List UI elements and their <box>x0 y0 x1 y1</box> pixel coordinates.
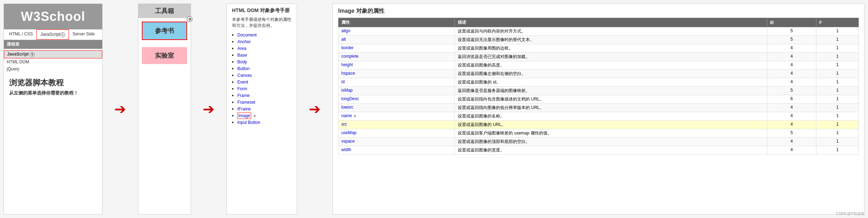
prop-link-id[interactable]: id <box>341 79 345 84</box>
prop-desc: 设置或返回图像的 URL。 <box>455 121 767 129</box>
list-item-document: Document <box>237 31 291 38</box>
list-item-image: Image ④ <box>237 112 291 119</box>
link-button[interactable]: Button <box>237 66 250 71</box>
table-row: width设置或返回图像的宽度。41 <box>338 146 859 155</box>
dom-subtitle: 本参考手册描述每个对象的属性和方法，并提供实例。 <box>232 17 291 29</box>
lab-button[interactable]: 实验室 <box>142 47 187 64</box>
prop-ie: 4 <box>767 53 816 61</box>
prop-f: 1 <box>816 112 859 121</box>
prop-f: 1 <box>816 87 859 95</box>
list-item-body: Body <box>237 58 291 65</box>
list-item-area: Area <box>237 45 291 52</box>
reference-button[interactable]: 参考书 ③ <box>142 22 187 40</box>
prop-desc: 设置或返回图像的高度。 <box>455 61 767 70</box>
prop-ie: 4 <box>767 138 816 146</box>
sidebar-items: JavaScript ② HTML DOM jQuery <box>4 49 102 74</box>
prop-link-lowsrc[interactable]: lowsrc <box>341 105 353 110</box>
nav-server-side[interactable]: Server Side <box>69 29 98 40</box>
prop-link-longDesc[interactable]: longDesc <box>341 96 359 101</box>
prop-ie: 4 <box>767 44 816 53</box>
arrow-icon-1: ➔ <box>114 101 126 117</box>
list-item-anchor: Anchor <box>237 38 291 45</box>
prop-desc: 设置或返回图像的顶部和底部的空白。 <box>455 138 767 146</box>
link-frame[interactable]: Frame <box>237 93 250 98</box>
prop-ie: 5 <box>767 87 816 95</box>
list-item-inputbutton: Input Button <box>237 119 291 126</box>
prop-f: 1 <box>816 61 859 70</box>
nav-javascript[interactable]: JavaScript① <box>36 29 69 40</box>
prop-link-name[interactable]: name <box>341 113 352 118</box>
col-ie: IE <box>767 18 816 27</box>
list-item-frameset: Frameset <box>237 99 291 105</box>
prop-ie: 4 <box>767 121 816 129</box>
link-frameset[interactable]: Frameset <box>237 100 255 105</box>
dom-title: HTML DOM 对象参考手册 <box>232 7 291 14</box>
prop-link-src[interactable]: src <box>341 122 347 127</box>
list-item-frame: Frame <box>237 92 291 99</box>
prop-ie: 4 <box>767 61 816 70</box>
annotation-5: ⑤ <box>353 114 356 118</box>
prop-link-width[interactable]: width <box>341 147 351 152</box>
link-inputbutton[interactable]: Input Button <box>237 120 260 125</box>
prop-ie: 4 <box>767 112 816 121</box>
link-base[interactable]: Base <box>237 53 247 58</box>
prop-desc: 设置或返回指向图像的低分辨率版本的 URL。 <box>455 104 767 112</box>
prop-link-hspace[interactable]: hspace <box>341 71 355 76</box>
link-document[interactable]: Document <box>237 33 257 38</box>
prop-f: 1 <box>816 27 859 36</box>
prop-ie: 4 <box>767 78 816 87</box>
link-event[interactable]: Event <box>237 80 248 85</box>
annotation-1: ① <box>60 32 65 37</box>
prop-desc: 设置或返回图像左侧和右侧的空白。 <box>455 70 767 78</box>
sidebar-item-jquery[interactable]: jQuery <box>4 65 102 73</box>
prop-link-useMap[interactable]: useMap <box>341 130 357 135</box>
table-row: lowsrc设置或返回指向图像的低分辨率版本的 URL。41 <box>338 104 859 112</box>
prop-link-align[interactable]: align <box>341 28 350 33</box>
list-item-form: Form <box>237 85 291 92</box>
prop-ie: 5 <box>767 36 816 44</box>
col-desc: 描述 <box>455 18 767 27</box>
annotation-4: ④ <box>253 114 256 118</box>
content-subtitle: 从左侧的菜单选择你需要的教程！ <box>9 90 97 96</box>
list-item-canvas: Canvas <box>237 72 291 79</box>
list-item-event: Event <box>237 79 291 85</box>
link-area[interactable]: Area <box>237 46 246 51</box>
nav-html-css[interactable]: HTML / CSS <box>6 29 36 40</box>
link-anchor[interactable]: Anchor <box>237 39 251 44</box>
link-body[interactable]: Body <box>237 59 247 64</box>
sidebar-item-javascript[interactable]: JavaScript ② <box>4 50 102 58</box>
prop-link-alt[interactable]: alt <box>341 37 346 42</box>
prop-ie: 5 <box>767 129 816 138</box>
annotation-2: ② <box>30 52 35 57</box>
prop-link-vspace[interactable]: vspace <box>341 139 355 144</box>
table-row: vspace设置或返回图像的顶部和底部的空白。41 <box>338 138 859 146</box>
annotation-3: ③ <box>187 16 192 22</box>
list-item-button: Button <box>237 65 291 72</box>
prop-desc: 设置或返回指向包含图像描述的文档的 URL。 <box>455 95 767 104</box>
prop-link-complete[interactable]: complete <box>341 54 359 59</box>
link-iframe[interactable]: IFrame <box>237 107 251 111</box>
dom-panel: HTML DOM 对象参考手册 本参考手册描述每个对象的属性和方法，并提供实例。… <box>226 4 297 214</box>
sidebar-item-htmldom[interactable]: HTML DOM <box>4 58 102 65</box>
prop-link-border[interactable]: border <box>341 45 354 50</box>
prop-desc: 设置或返回与内联内容的对齐方式。 <box>455 27 767 36</box>
prop-link-isMap[interactable]: isMap <box>341 88 353 93</box>
col-property: 属性 <box>338 18 455 27</box>
prop-f: 1 <box>816 146 859 155</box>
table-title: Image 对象的属性 <box>338 7 859 15</box>
dom-list: Document Anchor Area Base Body Button Ca… <box>232 31 291 126</box>
w3school-title: W3School <box>21 9 85 24</box>
prop-f: 1 <box>816 78 859 87</box>
prop-desc: 设置或返回图像周围的边框。 <box>455 44 767 53</box>
prop-f: 1 <box>816 44 859 53</box>
main-container: W3School HTML / CSS JavaScript① Server S… <box>0 0 868 218</box>
list-item-base: Base <box>237 52 291 58</box>
link-canvas[interactable]: Canvas <box>237 73 252 78</box>
table-body: align设置或返回与内联内容的对齐方式。51alt设置或返回无法显示图像时的替… <box>338 27 859 155</box>
prop-link-height[interactable]: height <box>341 62 353 67</box>
link-form[interactable]: Form <box>237 86 247 91</box>
prop-f: 1 <box>816 129 859 138</box>
nav-bar: HTML / CSS JavaScript① Server Side <box>4 29 102 40</box>
link-image[interactable]: Image <box>237 113 251 119</box>
prop-desc: 设置或返回无法显示图像时的替代文本。 <box>455 36 767 44</box>
